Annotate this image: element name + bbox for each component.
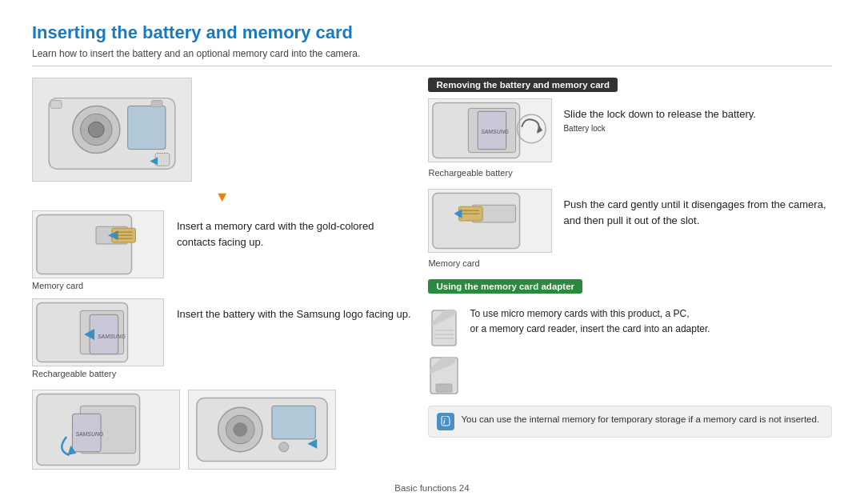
battery-removal-right-svg bbox=[189, 390, 335, 470]
page-subtitle: Learn how to insert the battery and an o… bbox=[32, 48, 832, 66]
battery-lock-label: Battery lock bbox=[563, 124, 605, 133]
battery-removal-left-svg: SAMSUNG bbox=[33, 390, 179, 470]
push-card-text: Push the card gently until it disengages… bbox=[563, 189, 832, 228]
battery-removal-section: SAMSUNG Rechargeable battery Slide the l… bbox=[428, 98, 832, 178]
svg-point-29 bbox=[233, 422, 247, 437]
removing-section-badge: Removing the battery and memory card bbox=[428, 78, 618, 92]
battery-removal-left-image: SAMSUNG bbox=[32, 390, 180, 470]
memory-card-removal-section: Memory card Push the card gently until i… bbox=[428, 189, 832, 268]
slide-lock-text: Slide the lock down to release the batte… bbox=[563, 98, 755, 122]
left-column: ▼ bbox=[32, 78, 412, 470]
bottom-images: SAMSUNG bbox=[32, 390, 412, 470]
battery-removal-svg: SAMSUNG bbox=[429, 98, 551, 162]
adapter-section: To use micro memory cards with this prod… bbox=[428, 306, 832, 398]
note-box: i You can use the internal memory for te… bbox=[428, 406, 832, 438]
rechargeable-battery-label: Rechargeable battery bbox=[32, 369, 164, 378]
memory-card-removal-img-col: Memory card bbox=[428, 189, 552, 268]
note-text: You can use the internal memory for temp… bbox=[461, 413, 819, 426]
memory-card-row: Memory card Insert a memory card with th… bbox=[32, 210, 412, 290]
memory-card-right-label: Memory card bbox=[428, 258, 552, 268]
svg-text:i: i bbox=[443, 418, 446, 426]
memory-card-image bbox=[32, 210, 164, 278]
svg-point-3 bbox=[88, 122, 104, 138]
page-title: Inserting the battery and memory card bbox=[32, 22, 832, 43]
right-column: Removing the battery and memory card SAM… bbox=[412, 78, 832, 470]
memory-card-removal-image bbox=[428, 189, 552, 253]
battery-img-wrap: SAMSUNG Rechargeable battery bbox=[32, 298, 164, 378]
svg-text:SAMSUNG: SAMSUNG bbox=[482, 129, 510, 134]
camera-top-image bbox=[32, 78, 192, 182]
note-symbol-svg: i bbox=[440, 416, 451, 427]
svg-point-31 bbox=[279, 442, 289, 452]
svg-text:SAMSUNG: SAMSUNG bbox=[98, 334, 126, 339]
memory-card-img-wrap: Memory card bbox=[32, 210, 164, 290]
svg-rect-4 bbox=[128, 106, 166, 149]
svg-rect-5 bbox=[50, 101, 62, 109]
battery-image: SAMSUNG bbox=[32, 298, 164, 366]
sd-adapter-svg bbox=[428, 354, 460, 398]
page-footer: Basic functions 24 bbox=[0, 483, 864, 493]
battery-svg: SAMSUNG bbox=[33, 298, 163, 366]
memory-card-removal-svg bbox=[429, 189, 551, 253]
svg-text:SAMSUNG: SAMSUNG bbox=[75, 431, 104, 437]
memory-card-insert-text: Insert a memory card with the gold-color… bbox=[177, 210, 412, 250]
arrow-down-icon: ▼ bbox=[32, 190, 412, 204]
memory-card-svg bbox=[33, 210, 163, 278]
svg-rect-52 bbox=[436, 384, 452, 392]
svg-rect-30 bbox=[272, 406, 315, 439]
camera-top-svg bbox=[33, 78, 191, 181]
svg-rect-6 bbox=[151, 101, 162, 107]
adapter-images bbox=[428, 306, 460, 398]
note-icon: i bbox=[437, 413, 454, 430]
rechargeable-battery-right-label: Rechargeable battery bbox=[428, 168, 552, 178]
battery-row: SAMSUNG Rechargeable battery Insert the … bbox=[32, 298, 412, 378]
battery-removal-image: SAMSUNG bbox=[428, 98, 552, 162]
memory-card-label: Memory card bbox=[32, 281, 164, 290]
adapter-description-text: To use micro memory cards with this prod… bbox=[470, 306, 832, 337]
battery-removal-right-image bbox=[188, 390, 336, 470]
adapter-section-badge: Using the memory card adapter bbox=[428, 279, 582, 294]
battery-removal-img-col: SAMSUNG Rechargeable battery bbox=[428, 98, 552, 178]
page: Inserting the battery and memory card Le… bbox=[0, 0, 864, 504]
battery-insert-text: Insert the battery with the Samsung logo… bbox=[177, 298, 412, 322]
content-area: ▼ bbox=[32, 78, 832, 470]
micro-sd-svg bbox=[428, 306, 460, 350]
